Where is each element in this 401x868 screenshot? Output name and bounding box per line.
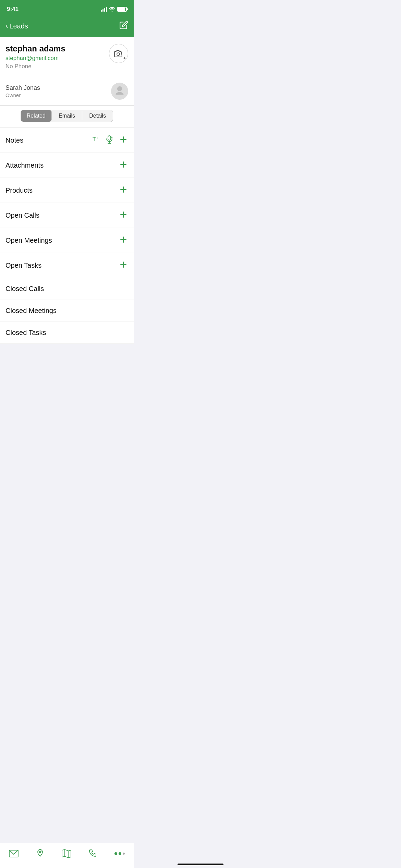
related-item-open-calls: Open Calls: [0, 203, 134, 228]
tabs-container: Related Emails Details: [21, 110, 113, 122]
related-label-attachments: Attachments: [5, 161, 44, 169]
related-actions-open-meetings: [119, 235, 128, 246]
related-actions-open-tasks: [119, 260, 128, 271]
owner-row: Sarah Jonas Owner: [0, 77, 134, 106]
avatar: [111, 83, 128, 100]
related-item-open-tasks: Open Tasks: [0, 253, 134, 278]
related-content: Notes T + + Attachments Products Open Ca…: [0, 128, 134, 344]
related-item-open-meetings: Open Meetings: [0, 228, 134, 253]
add-button-open-calls[interactable]: [119, 210, 128, 221]
contact-phone: No Phone: [5, 63, 109, 70]
svg-text:+: +: [97, 136, 99, 140]
back-label: Leads: [9, 22, 28, 30]
tab-details[interactable]: Details: [82, 110, 113, 122]
related-label-notes: Notes: [5, 136, 23, 144]
related-label-closed-meetings: Closed Meetings: [5, 307, 57, 315]
related-item-notes: Notes T + +: [0, 128, 134, 153]
related-actions-notes: T + +: [92, 135, 128, 146]
battery-icon: [117, 7, 127, 12]
camera-plus-icon: +: [123, 56, 126, 61]
related-label-closed-tasks: Closed Tasks: [5, 329, 46, 337]
add-button-open-meetings[interactable]: [119, 235, 128, 246]
contact-email[interactable]: stephan@gmail.com: [5, 55, 109, 62]
related-label-closed-calls: Closed Calls: [5, 285, 44, 293]
add-photo-button[interactable]: +: [109, 44, 128, 63]
owner-name: Sarah Jonas: [5, 84, 111, 92]
contact-info: stephan adams stephan@gmail.com No Phone: [5, 44, 109, 70]
svg-text:T: T: [93, 136, 96, 142]
status-bar: 9:41: [0, 0, 134, 17]
contact-card: stephan adams stephan@gmail.com No Phone…: [0, 37, 134, 77]
mic-icon[interactable]: +: [106, 135, 113, 145]
related-label-open-tasks: Open Tasks: [5, 262, 41, 269]
related-item-products: Products: [0, 178, 134, 203]
segment-tabs: Related Emails Details: [0, 106, 134, 128]
related-actions-open-calls: [119, 210, 128, 221]
related-item-closed-calls: Closed Calls: [0, 278, 134, 300]
tab-emails[interactable]: Emails: [52, 110, 82, 122]
svg-rect-3: [108, 136, 111, 140]
contact-name: stephan adams: [5, 44, 109, 53]
text-add-icon[interactable]: T +: [92, 135, 100, 145]
wifi-icon: [109, 7, 115, 12]
status-icons: [101, 7, 127, 12]
related-item-attachments: Attachments: [0, 153, 134, 178]
person-icon: [114, 85, 125, 97]
related-label-open-calls: Open Calls: [5, 212, 39, 219]
owner-label: Owner: [5, 92, 111, 98]
nav-bar: ‹ Leads: [0, 17, 134, 37]
related-actions-attachments: [119, 160, 128, 171]
status-time: 9:41: [7, 6, 19, 13]
related-label-open-meetings: Open Meetings: [5, 237, 52, 244]
related-item-closed-meetings: Closed Meetings: [0, 300, 134, 322]
camera-icon: [114, 50, 123, 57]
back-chevron-icon: ‹: [5, 22, 8, 30]
owner-info: Sarah Jonas Owner: [5, 84, 111, 98]
related-label-products: Products: [5, 186, 33, 194]
tab-related[interactable]: Related: [21, 110, 51, 122]
add-button-notes[interactable]: [119, 135, 128, 146]
svg-text:+: +: [111, 136, 113, 140]
add-button-open-tasks[interactable]: [119, 260, 128, 271]
related-item-closed-tasks: Closed Tasks: [0, 322, 134, 344]
edit-button[interactable]: [119, 21, 128, 32]
add-button-attachments[interactable]: [119, 160, 128, 171]
back-button[interactable]: ‹ Leads: [5, 22, 28, 30]
add-button-products[interactable]: [119, 185, 128, 196]
related-actions-products: [119, 185, 128, 196]
signal-icon: [101, 7, 107, 12]
svg-point-0: [117, 53, 120, 56]
